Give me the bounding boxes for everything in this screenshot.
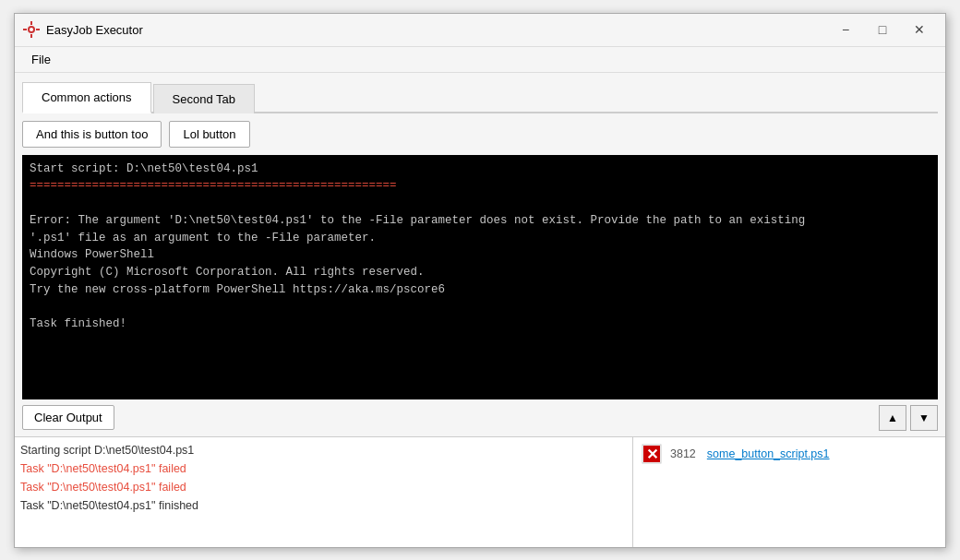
log-panel: Starting script D:\net50\test04.ps1 Task… [15, 437, 633, 547]
terminal-line-5: Windows PowerShell [30, 246, 916, 264]
log-entry-2: Task "D:\net50\test04.ps1" failed [20, 478, 627, 496]
task-entry-0: ✕ 3812 some_button_script.ps1 [633, 437, 945, 471]
scroll-down-button[interactable]: ▼ [910, 405, 938, 431]
terminal-line-3: Error: The argument 'D:\net50\test04.ps1… [30, 212, 916, 230]
content-area: Common actions Second Tab And this is bu… [15, 73, 945, 436]
tab-bar: Common actions Second Tab [22, 80, 938, 113]
log-entries: Starting script D:\net50\test04.ps1 Task… [15, 437, 632, 547]
svg-point-1 [30, 28, 33, 31]
tab-common-actions[interactable]: Common actions [22, 82, 151, 113]
task-panel: ✕ 3812 some_button_script.ps1 [633, 437, 945, 547]
terminal-output: Start script: D:\net50\test04.ps1 ======… [22, 155, 938, 399]
maximize-button[interactable]: □ [864, 15, 901, 44]
terminal-line-7: Try the new cross-platform PowerShell ht… [30, 281, 916, 299]
app-icon [22, 20, 41, 39]
terminal-line-0: Start script: D:\net50\test04.ps1 [30, 161, 916, 178]
button-row: And this is button too Lol button [22, 121, 938, 148]
menu-bar: File [15, 47, 945, 73]
task-error-icon: ✕ [641, 443, 663, 465]
window-title: EasyJob Executor [46, 23, 827, 37]
terminal-line-8 [30, 299, 916, 316]
scroll-up-button[interactable]: ▲ [879, 405, 906, 431]
log-entry-0: Starting script D:\net50\test04.ps1 [20, 441, 627, 459]
svg-text:✕: ✕ [646, 447, 658, 462]
bottom-controls: Clear Output ▲ ▼ [22, 399, 938, 436]
terminal-lines: Start script: D:\net50\test04.ps1 ======… [30, 161, 916, 334]
log-entry-3: Task "D:\net50\test04.ps1" finished [20, 496, 627, 515]
terminal-line-1: ========================================… [30, 177, 916, 195]
bottom-panels: Starting script D:\net50\test04.ps1 Task… [15, 436, 945, 547]
close-button[interactable]: ✕ [901, 15, 938, 44]
window-controls: − □ ✕ [827, 15, 938, 44]
tab-second[interactable]: Second Tab [153, 84, 255, 113]
terminal-line-6: Copyright (C) Microsoft Corporation. All… [30, 264, 916, 281]
button-lol[interactable]: Lol button [169, 121, 249, 148]
log-entry-1: Task "D:\net50\test04.ps1" failed [20, 459, 627, 478]
terminal-line-4: '.ps1' file as an argument to the -File … [30, 230, 916, 247]
clear-output-button[interactable]: Clear Output [22, 405, 114, 430]
minimize-button[interactable]: − [827, 15, 864, 44]
menu-file[interactable]: File [22, 50, 60, 69]
terminal-line-2 [30, 195, 916, 212]
terminal-line-9: Task finished! [30, 316, 916, 333]
main-window: EasyJob Executor − □ ✕ File Common actio… [14, 13, 946, 548]
title-bar: EasyJob Executor − □ ✕ [15, 14, 945, 47]
task-name-link[interactable]: some_button_script.ps1 [707, 447, 830, 460]
button-and-this-is-button-too[interactable]: And this is button too [22, 121, 162, 148]
task-id: 3812 [670, 447, 696, 460]
